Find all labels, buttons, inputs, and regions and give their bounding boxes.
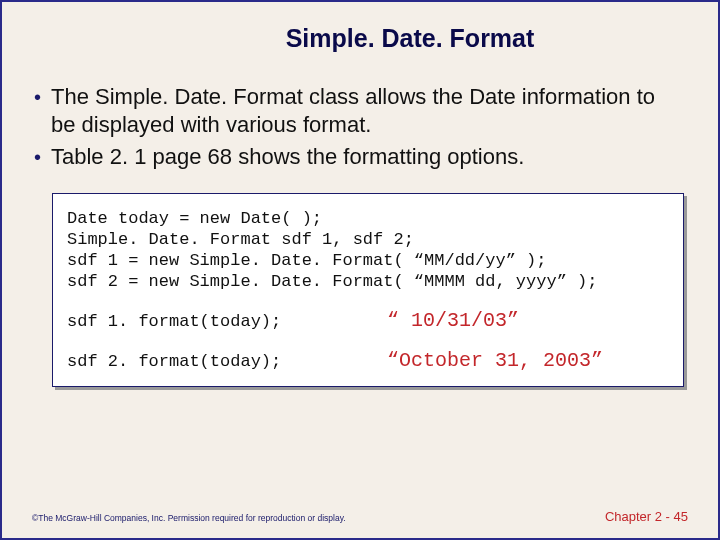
code-call: sdf 1. format(today);	[67, 311, 387, 332]
code-line: sdf 1 = new Simple. Date. Format( “MM/dd…	[67, 250, 669, 271]
list-item: • Table 2. 1 page 68 shows the formattin…	[34, 143, 678, 171]
bullet-icon: •	[34, 143, 41, 171]
code-block: Date today = new Date( ); Simple. Date. …	[52, 193, 684, 387]
code-line: Date today = new Date( );	[67, 208, 669, 229]
slide-title: Simple. Date. Format	[2, 2, 718, 83]
page-number: Chapter 2 - 45	[605, 509, 688, 524]
code-output: “October 31, 2003”	[387, 350, 603, 371]
code-line: sdf 2 = new Simple. Date. Format( “MMMM …	[67, 271, 669, 292]
copyright-text: ©The McGraw-Hill Companies, Inc. Permiss…	[32, 513, 346, 523]
bullet-text: The Simple. Date. Format class allows th…	[51, 83, 678, 139]
footer: ©The McGraw-Hill Companies, Inc. Permiss…	[32, 509, 688, 524]
code-line: Simple. Date. Format sdf 1, sdf 2;	[67, 229, 669, 250]
bullet-icon: •	[34, 83, 41, 111]
bullet-text: Table 2. 1 page 68 shows the formatting …	[51, 143, 524, 171]
result-row: sdf 1. format(today); “ 10/31/03”	[67, 310, 669, 332]
result-row: sdf 2. format(today); “October 31, 2003”	[67, 350, 669, 372]
code-call: sdf 2. format(today);	[67, 351, 387, 372]
list-item: • The Simple. Date. Format class allows …	[34, 83, 678, 139]
code-output: “ 10/31/03”	[387, 310, 519, 331]
bullet-list: • The Simple. Date. Format class allows …	[2, 83, 718, 171]
